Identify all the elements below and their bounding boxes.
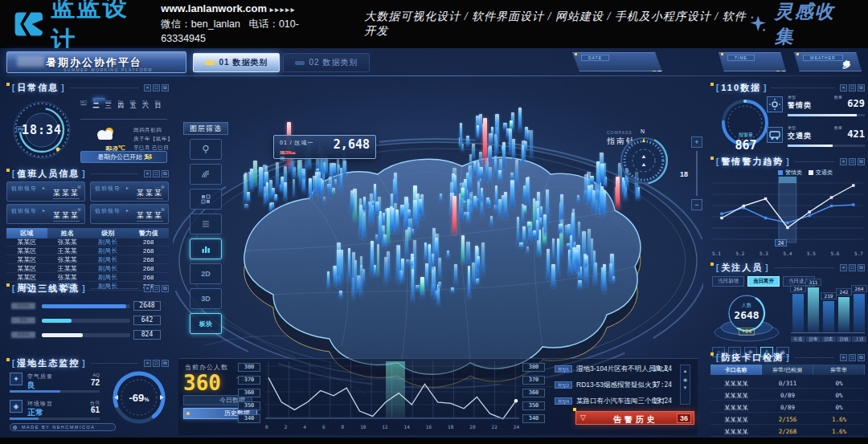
table-row[interactable]: 某某区王某某副局长268 <box>6 247 169 255</box>
dashboard: 暑期办公协作平台 SUMMER WORKING PLATFORM 01 数据类别… <box>0 48 868 438</box>
duty-card[interactable]: 值班领导▸⋯ ⊗某某某 <box>6 204 85 224</box>
layer-btn-marker[interactable] <box>190 139 222 160</box>
focus-bar-category: 涉稳 <box>837 336 851 342</box>
window-controls[interactable]: ×□⧉ <box>144 84 169 92</box>
alert-time: 19:24 <box>653 397 672 405</box>
speaker-icon: ◈ <box>10 400 23 413</box>
layer-filter-panel: 图层筛选 2D 3D 板块 <box>183 122 228 334</box>
brand-banner: 蓝蓝设计 www.lanlanwork.com ▸▸▸▸▸ 微信：ben_lan… <box>0 0 868 48</box>
inspiration-collect: 灵感收集 <box>748 0 850 49</box>
x-axis-label: 18 <box>448 424 453 430</box>
panel-eco-header: [ 湿地生态监控 ] ×□⧉ <box>6 357 169 369</box>
scroll-dot-icon: ◉ <box>681 377 690 382</box>
focus-bar-category: 在逃 <box>791 336 805 342</box>
dashboard-title-plate: 暑期办公协作平台 SUMMER WORKING PLATFORM <box>6 51 186 73</box>
tooltip-region: 01 / 区域一 <box>280 139 314 147</box>
duty-card[interactable]: 值班领导▸⋯ ⊗某某某 <box>6 181 85 202</box>
clock-time: 18:34 <box>11 123 72 137</box>
table-row[interactable]: 某某某某2/2681.6% <box>710 427 865 437</box>
focus-tab[interactable]: 当日新增 <box>712 276 744 287</box>
table-row[interactable]: 某某某某0/890% <box>710 403 865 413</box>
window-controls[interactable]: ×□⧉ <box>144 285 169 292</box>
redacted-block <box>17 56 44 67</box>
layer-btn-block[interactable]: 板块 <box>190 313 222 334</box>
x-axis-label: 6 <box>322 424 326 430</box>
focus-gauge-value: 2648 <box>719 309 775 321</box>
alert-scrollbar[interactable]: ▲◉▼ <box>680 365 690 405</box>
time-chip: TIME 18:34:29 <box>719 52 786 71</box>
trend-xlabels: 5.15.25.35.45.55.65.7 <box>712 251 863 256</box>
layer-btn-signal[interactable] <box>190 164 222 185</box>
corner-dot <box>796 53 799 55</box>
trend-highlight-label: 24 <box>775 239 787 246</box>
flow-value: 824 <box>133 330 161 340</box>
layer-btn-barchart[interactable] <box>190 238 222 259</box>
active-dot <box>186 412 190 415</box>
window-controls[interactable]: ×□⧉ <box>840 354 865 361</box>
compass-north: N <box>641 128 645 134</box>
duty-card[interactable]: 值班领导▸⋯ ⊗某某某 <box>90 181 169 202</box>
window-controls[interactable]: ×□⧉ <box>840 264 865 271</box>
panel-title: 关注人员 <box>721 262 763 274</box>
layer-btn-3d[interactable]: 3D <box>190 288 222 309</box>
inspiration-icon <box>748 14 768 35</box>
focus-bar-value: 264 <box>790 285 806 292</box>
x-axis-label: 12 <box>382 424 387 430</box>
focus-bar-value: 264 <box>851 285 867 292</box>
brand-contact: www.lanlanwork.com ▸▸▸▸▸ 微信：ben_lanlan 电… <box>161 2 334 46</box>
arrows-decoration: ▸▸▸▸▸ <box>270 6 297 14</box>
focus-bar-value: 242 <box>836 288 852 295</box>
window-controls[interactable]: ×□⧉ <box>144 170 169 177</box>
table-row[interactable]: 某某某某0/890% <box>710 391 865 401</box>
brand-wechat: 微信：ben_lanlan <box>161 18 240 30</box>
table-row[interactable]: 某某区张某某副局长268 <box>6 238 169 246</box>
panel-title: 警情警力趋势 <box>721 156 784 168</box>
panel-checkpoint-header: [ 防疫卡口检测 ] ×□⧉ <box>710 352 865 363</box>
table-row[interactable]: 某某某某2/1561.6% <box>710 415 865 425</box>
zoom-track[interactable] <box>696 151 698 196</box>
table-row[interactable]: 某某区王某某副局长268 <box>6 265 169 273</box>
list-icon <box>201 219 211 229</box>
zoom-out-button[interactable]: − <box>691 199 702 210</box>
x-axis-label: 0 <box>265 424 268 430</box>
panel-title: 110数据 <box>721 82 761 94</box>
x-axis-label: 8 <box>342 424 345 430</box>
alarm-count: 421 <box>847 128 865 140</box>
weather-chip: WEATHER 多云 <box>794 52 862 71</box>
x-axis-label: 4 <box>303 424 306 430</box>
layer-btn-list[interactable] <box>190 214 222 234</box>
panel-flow-header: [ 周边三线客流 ] ×□⧉ <box>6 283 169 294</box>
layer-btn-grid[interactable] <box>190 189 222 210</box>
lunar-calendar: 闰四月初四 庚子年【鼠年】 辛巳月 己巳日 <box>133 125 182 152</box>
compass-dial <box>618 135 669 186</box>
flow-value: 642 <box>133 316 161 325</box>
layer-btn-2d[interactable]: 2D <box>190 263 222 284</box>
alarm-history-banner[interactable]: ▽ 告警历史 36 <box>575 411 694 425</box>
eco-gauge: -69% <box>111 368 167 427</box>
trend-line-chart <box>712 177 863 247</box>
week-strip[interactable]: MO一 TU二 WE三 TH四 FR五 SA六 SU日 <box>80 98 167 101</box>
y-axis-label: 360 <box>522 389 545 397</box>
window-controls[interactable]: ×□⧉ <box>840 158 865 165</box>
table-row[interactable]: 某某某某0/3110% <box>710 379 865 389</box>
y-axis-label: 370 <box>238 376 260 385</box>
trend-legend: 警情类 交通类 <box>778 169 833 177</box>
weather-cloud-icon <box>93 125 117 143</box>
madeby-strip: ✶ MADE BY NEHCMMICOA <box>10 423 116 431</box>
tab-data-category-2[interactable]: 02 数据类别 <box>283 53 370 72</box>
x-axis-label: 14 <box>404 424 410 430</box>
table-row[interactable]: 某某区张某某副局长268 <box>6 274 169 282</box>
focus-bar-chart: 264在逃311涉毒219涉案242涉稳264上访 <box>791 281 865 344</box>
window-controls[interactable]: ×□⧉ <box>840 84 865 92</box>
duty-card[interactable]: 值班领导▸⋯ ⊗某某某 <box>90 204 169 224</box>
window-controls[interactable]: ×□⧉ <box>144 360 169 367</box>
table-row[interactable]: 某某区张某某副局长268 <box>6 256 169 264</box>
panel-title: 日常信息 <box>17 82 59 94</box>
x-axis-label: 2 <box>285 424 288 430</box>
focus-tab-active[interactable]: 当日离开 <box>747 276 780 287</box>
y-axis-label: 350 <box>522 401 545 410</box>
tab-data-category-1[interactable]: 01 数据类别 <box>193 53 280 72</box>
panel-trend-header: [ 警情警力趋势 ] ×□⧉ <box>710 156 865 167</box>
zoom-in-button[interactable]: + <box>691 136 702 148</box>
map-zoom-control: + 18 − <box>691 136 702 217</box>
